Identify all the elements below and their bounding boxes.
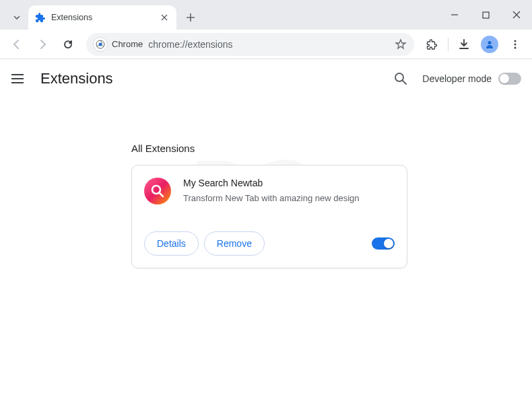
chrome-icon (93, 37, 108, 52)
developer-mode-toggle[interactable] (498, 73, 521, 85)
address-bar[interactable]: Chrome chrome://extensions (86, 33, 414, 56)
page-header: Extensions Developer mode (0, 59, 532, 98)
forward-button[interactable] (31, 33, 54, 56)
hamburger-menu-button[interactable] (11, 71, 27, 87)
svg-point-6 (514, 46, 517, 48)
close-icon[interactable] (159, 12, 170, 23)
extension-card: My Search Newtab Transform New Tab with … (131, 165, 407, 268)
svg-point-7 (395, 73, 403, 81)
bookmark-button[interactable] (391, 35, 410, 54)
extensions-button[interactable] (421, 33, 444, 56)
remove-button[interactable]: Remove (204, 231, 265, 256)
browser-tab[interactable]: Extensions (28, 5, 176, 30)
search-extensions-button[interactable] (393, 71, 409, 87)
extension-icon (144, 178, 171, 204)
extension-enable-toggle[interactable] (372, 237, 395, 250)
tab-search-button[interactable] (5, 5, 28, 30)
maximize-button[interactable] (470, 0, 501, 30)
new-tab-button[interactable] (180, 7, 201, 28)
page-title: Extensions (40, 70, 379, 87)
reload-button[interactable] (57, 33, 79, 56)
developer-mode-label: Developer mode (422, 73, 492, 84)
url-chip: Chrome (93, 37, 143, 52)
svg-rect-0 (483, 12, 489, 18)
close-window-button[interactable] (501, 0, 532, 30)
downloads-button[interactable] (453, 33, 475, 56)
toolbar-divider (448, 38, 448, 51)
section-title: All Extensions (131, 132, 532, 165)
minimize-button[interactable] (439, 0, 470, 30)
url-text: chrome://extensions (148, 39, 386, 50)
browser-toolbar: Chrome chrome://extensions (0, 30, 532, 59)
svg-point-5 (514, 43, 517, 45)
content-area: All Extensions My Search Newtab Transfor… (0, 98, 532, 268)
url-chip-label: Chrome (112, 39, 143, 49)
tab-title: Extensions (51, 13, 154, 22)
details-button[interactable]: Details (144, 231, 199, 256)
profile-button[interactable] (478, 33, 501, 56)
avatar-icon (481, 36, 498, 53)
menu-button[interactable] (504, 33, 527, 56)
window-titlebar: Extensions (0, 0, 532, 30)
back-button[interactable] (5, 33, 28, 56)
puzzle-icon (35, 12, 46, 23)
svg-point-4 (514, 40, 517, 42)
extension-name: My Search Newtab (183, 178, 395, 188)
svg-point-3 (488, 41, 492, 44)
extension-description: Transform New Tab with amazing new desig… (183, 192, 395, 204)
